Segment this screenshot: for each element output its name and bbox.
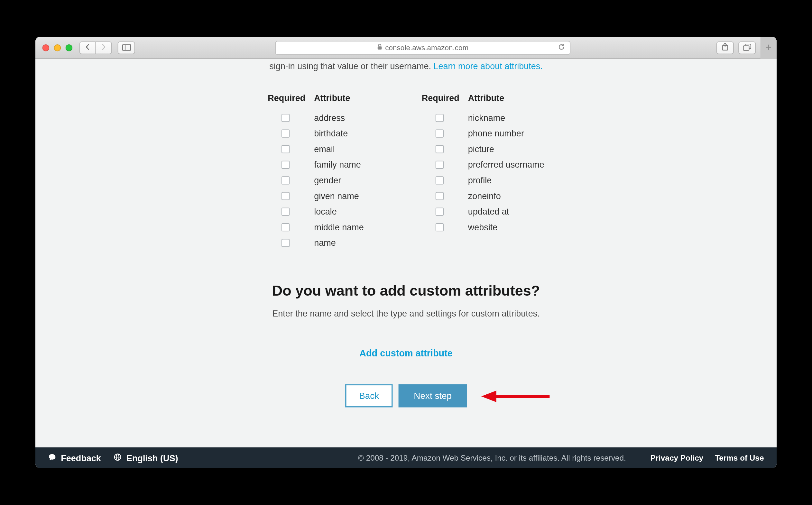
- required-checkbox[interactable]: [436, 114, 444, 122]
- svg-rect-6: [744, 46, 749, 50]
- reload-icon[interactable]: [558, 43, 565, 52]
- new-tab-button[interactable]: +: [761, 37, 777, 59]
- attribute-row: address: [268, 110, 364, 126]
- add-custom-attribute-link[interactable]: Add custom attribute: [359, 348, 453, 359]
- attribute-label: birthdate: [314, 128, 348, 138]
- safari-window: console.aws.amazon.com: [35, 37, 777, 468]
- nav-group: [79, 41, 112, 54]
- maximize-window-button[interactable]: [65, 44, 73, 51]
- chevron-left-icon: [85, 43, 90, 51]
- header-attribute: Attribute: [314, 93, 350, 103]
- tabs-button[interactable]: [738, 41, 756, 54]
- required-checkbox[interactable]: [282, 192, 290, 200]
- required-checkbox[interactable]: [282, 239, 290, 247]
- header-attribute: Attribute: [468, 93, 504, 103]
- back-button[interactable]: Back: [345, 384, 393, 407]
- fragment-text: sign-in using that value or their userna…: [269, 61, 433, 71]
- url-host: console.aws.amazon.com: [385, 43, 468, 51]
- required-checkbox[interactable]: [436, 223, 444, 231]
- required-checkbox[interactable]: [282, 161, 290, 169]
- required-checkbox[interactable]: [436, 145, 444, 153]
- required-checkbox[interactable]: [436, 129, 444, 137]
- required-checkbox[interactable]: [282, 176, 290, 184]
- attribute-label: address: [314, 113, 345, 123]
- attribute-row: name: [268, 235, 364, 250]
- required-checkbox[interactable]: [282, 145, 290, 153]
- svg-rect-2: [378, 46, 382, 49]
- language-selector[interactable]: English (US): [114, 453, 178, 463]
- chat-icon: [48, 453, 56, 463]
- attribute-label: profile: [468, 175, 492, 185]
- attribute-row: preferred username: [422, 157, 544, 172]
- sidebar-toggle-button[interactable]: [118, 41, 135, 54]
- attribute-label: name: [314, 238, 336, 248]
- attributes-description-fragment: sign-in using that value or their userna…: [169, 61, 643, 71]
- back-nav-button[interactable]: [79, 41, 96, 54]
- share-icon: [721, 42, 729, 53]
- attributes-table: Required Attribute addressbirthdateemail…: [268, 93, 544, 250]
- plus-icon: +: [765, 41, 772, 54]
- address-bar[interactable]: console.aws.amazon.com: [275, 40, 571, 54]
- attributes-column-2: Required Attribute nicknamephone numberp…: [422, 93, 544, 250]
- feedback-label: Feedback: [61, 453, 101, 463]
- attribute-label: picture: [468, 144, 494, 154]
- attribute-row: updated at: [422, 204, 544, 219]
- attribute-row: picture: [422, 141, 544, 157]
- forward-nav-button[interactable]: [96, 41, 112, 54]
- attribute-row: middle name: [268, 219, 364, 235]
- minimize-window-button[interactable]: [54, 44, 61, 51]
- required-checkbox[interactable]: [436, 176, 444, 184]
- attribute-label: nickname: [468, 113, 505, 123]
- custom-attributes-heading: Do you want to add custom attributes?: [272, 283, 540, 299]
- svg-marker-8: [481, 390, 496, 402]
- lock-icon: [377, 44, 382, 51]
- attribute-row: website: [422, 219, 544, 235]
- close-window-button[interactable]: [42, 44, 49, 51]
- next-step-button[interactable]: Next step: [398, 384, 467, 407]
- attribute-label: website: [468, 222, 498, 232]
- terms-of-use-link[interactable]: Terms of Use: [715, 454, 764, 462]
- titlebar: console.aws.amazon.com: [35, 37, 777, 59]
- custom-attributes-subheading: Enter the name and select the type and s…: [272, 309, 539, 318]
- traffic-lights: [42, 44, 73, 51]
- copyright-text: © 2008 - 2019, Amazon Web Services, Inc.…: [358, 454, 626, 462]
- header-required: Required: [268, 93, 314, 103]
- feedback-button[interactable]: Feedback: [48, 453, 101, 463]
- wizard-buttons: Back Next step: [345, 384, 467, 407]
- required-checkbox[interactable]: [436, 207, 444, 215]
- header-required: Required: [422, 93, 468, 103]
- sidebar-icon: [122, 42, 131, 53]
- attributes-column-1: Required Attribute addressbirthdateemail…: [268, 93, 364, 250]
- attribute-row: email: [268, 141, 364, 157]
- page-content: sign-in using that value or their userna…: [35, 59, 777, 448]
- learn-more-link[interactable]: Learn more about attributes.: [434, 61, 543, 71]
- aws-footer: Feedback English (US) © 2008 - 2019, Ama…: [35, 448, 777, 468]
- language-label: English (US): [127, 453, 178, 463]
- attribute-label: updated at: [468, 206, 509, 216]
- attribute-label: gender: [314, 175, 341, 185]
- attribute-row: given name: [268, 188, 364, 204]
- attribute-row: phone number: [422, 126, 544, 141]
- attribute-label: phone number: [468, 128, 524, 138]
- required-checkbox[interactable]: [282, 114, 290, 122]
- chevron-right-icon: [101, 43, 106, 51]
- attribute-row: zoneinfo: [422, 188, 544, 204]
- required-checkbox[interactable]: [436, 161, 444, 169]
- attribute-label: given name: [314, 191, 359, 201]
- attribute-label: middle name: [314, 222, 364, 232]
- annotation-arrow: [481, 389, 551, 404]
- attribute-row: profile: [422, 172, 544, 188]
- attribute-row: locale: [268, 204, 364, 219]
- globe-icon: [114, 453, 122, 463]
- tabs-icon: [743, 42, 751, 53]
- required-checkbox[interactable]: [436, 192, 444, 200]
- required-checkbox[interactable]: [282, 207, 290, 215]
- svg-rect-0: [122, 44, 130, 50]
- required-checkbox[interactable]: [282, 223, 290, 231]
- privacy-policy-link[interactable]: Privacy Policy: [650, 454, 703, 462]
- attribute-label: family name: [314, 160, 361, 170]
- required-checkbox[interactable]: [282, 129, 290, 137]
- attribute-row: nickname: [422, 110, 544, 126]
- attribute-row: family name: [268, 157, 364, 172]
- share-button[interactable]: [716, 41, 734, 54]
